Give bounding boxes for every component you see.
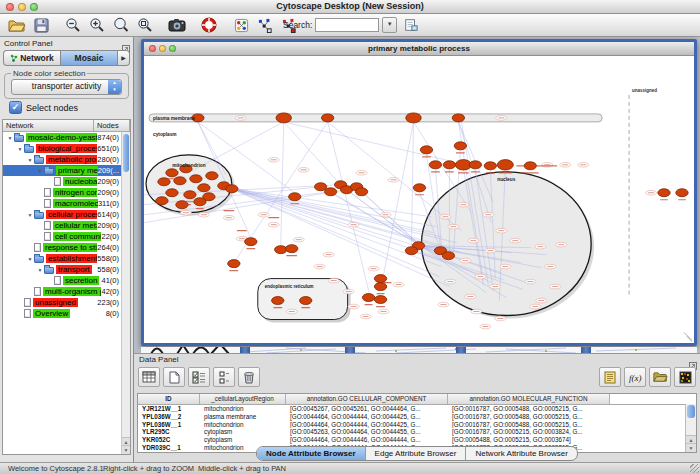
- column-header[interactable]: ID: [138, 394, 200, 404]
- network-node[interactable]: [203, 193, 215, 201]
- tree-item[interactable]: ▼transport558(0): [3, 264, 122, 275]
- attribute-table[interactable]: ID_cellularLayoutRegionannotation.GO CEL…: [137, 393, 697, 453]
- network-minimize-button[interactable]: [159, 45, 166, 52]
- network-node[interactable]: [443, 161, 455, 169]
- delete-attribute-button[interactable]: [238, 367, 260, 387]
- network-node[interactable]: [226, 185, 238, 193]
- tree-scrollbar-thumb[interactable]: [123, 134, 129, 172]
- network-node[interactable]: [454, 142, 466, 150]
- select-attributes-button[interactable]: [188, 367, 210, 387]
- node-color-dropdown[interactable]: transporter activity ▲▼: [11, 79, 122, 95]
- network-node[interactable]: [184, 191, 196, 199]
- help-button[interactable]: [198, 15, 220, 35]
- expand-triangle-icon[interactable]: ▼: [36, 168, 44, 174]
- network-node[interactable]: [442, 252, 454, 260]
- tree-item[interactable]: ▼cellular process614(0): [3, 209, 122, 220]
- tree-item[interactable]: nucleobase-209(0): [3, 176, 122, 187]
- tree-scrollbar[interactable]: ▲ ▼: [121, 132, 130, 454]
- zoom-window-button[interactable]: [30, 3, 38, 11]
- network-node[interactable]: [658, 189, 670, 197]
- network-window-titlebar[interactable]: primary metabolic process: [144, 42, 694, 56]
- table-row[interactable]: YPL036W__2plasma membrane[GO:0044464, GO…: [138, 413, 696, 421]
- network-close-button[interactable]: [149, 45, 156, 52]
- network-node[interactable]: [206, 172, 218, 180]
- table-row[interactable]: YKR052Ccytoplasm[GO:0044464, GO:0044446,…: [138, 436, 696, 444]
- function-builder-button[interactable]: f(x): [624, 367, 646, 387]
- network-canvas[interactable]: plasma membrane cytoplasm mitochondrion …: [144, 55, 694, 342]
- zoom-selected-button[interactable]: [134, 15, 156, 35]
- import-attributes-button[interactable]: [649, 367, 671, 387]
- window-titlebar[interactable]: Cytoscape Desktop (New Session): [0, 0, 700, 14]
- window-resize-grip[interactable]: [684, 332, 692, 341]
- network-node[interactable]: [321, 114, 333, 122]
- tab-network[interactable]: Network: [3, 50, 60, 66]
- tree-item[interactable]: unassigned223(0): [3, 297, 122, 308]
- network-tool-blue-button[interactable]: [254, 15, 276, 35]
- tab-node-attribute-browser[interactable]: Node Attribute Browser: [257, 447, 366, 460]
- network-zoom-button[interactable]: [169, 45, 176, 52]
- network-node[interactable]: [166, 169, 178, 177]
- resize-grip[interactable]: [690, 464, 699, 473]
- network-node[interactable]: [420, 146, 432, 154]
- unselect-attributes-button[interactable]: [213, 367, 235, 387]
- network-node[interactable]: [484, 162, 496, 170]
- expand-triangle-icon[interactable]: ▼: [26, 256, 34, 262]
- table-scrollbar-thumb[interactable]: [687, 405, 695, 418]
- tree-header-nodes[interactable]: Nodes: [94, 120, 130, 132]
- table-row[interactable]: YPL036W__1mitochondrion[GO:0044464, GO:0…: [138, 421, 696, 429]
- network-node[interactable]: [190, 175, 202, 183]
- plasma-membrane-region[interactable]: [149, 114, 602, 122]
- network-node[interactable]: [355, 188, 367, 196]
- network-node[interactable]: [174, 177, 186, 185]
- tree-item[interactable]: ▼biological_process651(0): [3, 143, 122, 154]
- node-layer[interactable]: [156, 113, 688, 305]
- tree-item[interactable]: ▼primary metabo209(...: [3, 165, 122, 176]
- tree-item[interactable]: ▼establishment of lo558(0): [3, 253, 122, 264]
- matrix-view-button[interactable]: [674, 367, 696, 387]
- tree-item[interactable]: ▼mosaic-demo-yeast874(0): [3, 132, 122, 143]
- search-input[interactable]: [315, 18, 379, 32]
- expand-triangle-icon[interactable]: ▼: [16, 146, 24, 152]
- tree-item[interactable]: nitrogen compo209(0): [3, 187, 122, 198]
- table-mode-button[interactable]: [138, 367, 160, 387]
- tree-item[interactable]: macromolecule311(0): [3, 198, 122, 209]
- attribute-editor-button[interactable]: [599, 367, 621, 387]
- network-node[interactable]: [429, 161, 441, 169]
- select-nodes-checkbox[interactable]: ✓: [9, 101, 22, 114]
- network-node[interactable]: [289, 193, 301, 201]
- network-node[interactable]: [374, 275, 386, 283]
- zoom-fit-button[interactable]: [110, 15, 132, 35]
- tree-item[interactable]: secretion41(0): [3, 275, 122, 286]
- scroll-down-icon[interactable]: ▼: [122, 445, 130, 454]
- network-node[interactable]: [374, 296, 386, 304]
- tab-scroll-right-button[interactable]: ▶: [118, 50, 130, 66]
- expand-triangle-icon[interactable]: ▼: [36, 267, 44, 273]
- expand-triangle-icon[interactable]: ▼: [6, 135, 14, 141]
- column-header[interactable]: _cellularLayoutRegion: [200, 394, 286, 404]
- table-row[interactable]: YJR121W__1mitochondrion[GO:0045267, GO:0…: [138, 405, 696, 413]
- minimize-button[interactable]: [18, 3, 26, 11]
- tab-mosaic[interactable]: Mosaic: [60, 50, 118, 66]
- create-attribute-button[interactable]: [163, 367, 185, 387]
- vizmapper-button[interactable]: [230, 15, 252, 35]
- tree-item[interactable]: response to stimulu264(0): [3, 242, 122, 253]
- network-node[interactable]: [405, 247, 417, 255]
- network-view-window[interactable]: primary metabolic process: [141, 39, 697, 346]
- network-node[interactable]: [324, 188, 336, 196]
- close-button[interactable]: [6, 3, 14, 11]
- network-node[interactable]: [362, 294, 374, 302]
- network-node[interactable]: [497, 160, 513, 170]
- network-node[interactable]: [676, 189, 688, 197]
- tree-item[interactable]: cellular metabo209(0): [3, 220, 122, 231]
- tree-item[interactable]: ▼metabolic process280(0): [3, 154, 122, 165]
- network-node[interactable]: [272, 297, 284, 305]
- network-node[interactable]: [286, 245, 298, 253]
- network-node[interactable]: [300, 297, 312, 305]
- tab-edge-attribute-browser[interactable]: Edge Attribute Browser: [366, 447, 467, 460]
- network-node[interactable]: [198, 184, 210, 192]
- search-dropdown-button[interactable]: ▼: [382, 17, 397, 33]
- tree-header-network[interactable]: Network: [3, 120, 94, 132]
- open-session-button[interactable]: [6, 15, 28, 35]
- expand-triangle-icon[interactable]: ▼: [26, 212, 34, 218]
- network-node[interactable]: [275, 246, 287, 254]
